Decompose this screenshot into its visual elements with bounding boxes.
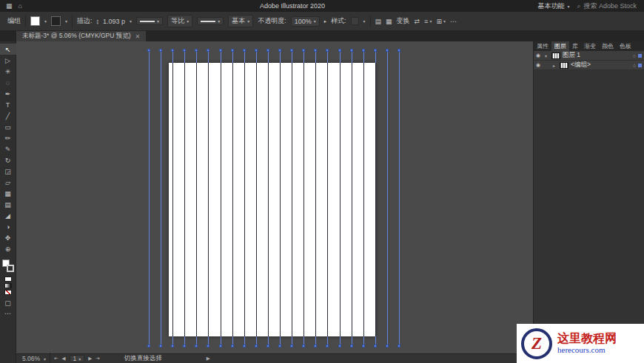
layer-row[interactable]: ◉ ▾ 图层 1 ○: [534, 51, 644, 61]
gradient-mode-icon[interactable]: [4, 283, 12, 288]
chevron-down-icon[interactable]: ▾: [363, 18, 366, 24]
anchor-point[interactable]: [398, 345, 400, 347]
type-tool[interactable]: T: [0, 99, 16, 110]
anchor-point[interactable]: [266, 49, 269, 52]
distribute-button[interactable]: ⊞ ▾: [436, 18, 446, 25]
path-line[interactable]: [232, 63, 233, 336]
anchor-point[interactable]: [266, 345, 269, 347]
anchor-point[interactable]: [338, 345, 341, 347]
draw-mode-icon[interactable]: ▢: [4, 299, 11, 307]
anchor-point[interactable]: [362, 345, 365, 347]
anchor-point[interactable]: [362, 49, 365, 52]
anchor-point[interactable]: [386, 345, 389, 347]
edit-toolbar-icon[interactable]: ⋯: [4, 310, 11, 317]
selection-indicator[interactable]: [638, 64, 642, 67]
anchor-point[interactable]: [159, 345, 162, 347]
path-line[interactable]: [161, 50, 161, 346]
anchor-point[interactable]: [302, 49, 305, 52]
anchor-point[interactable]: [219, 49, 222, 52]
anchor-point[interactable]: [338, 49, 341, 52]
path-line[interactable]: [221, 50, 221, 63]
brush-select[interactable]: 基本 ▾: [228, 15, 253, 27]
opacity-select[interactable]: 100% ▾: [291, 16, 320, 27]
path-line[interactable]: [208, 50, 209, 63]
path-line[interactable]: [303, 50, 304, 63]
anchor-point[interactable]: [350, 345, 353, 347]
path-line[interactable]: [352, 63, 352, 336]
stroke-preview-select[interactable]: ▾: [136, 17, 163, 25]
menu-grid-icon[interactable]: ▦: [6, 2, 13, 10]
stroke-swatch[interactable]: [7, 265, 14, 272]
zoom-level[interactable]: 5.06%: [22, 355, 40, 362]
anchor-point[interactable]: [302, 345, 305, 347]
hand-tool[interactable]: ✥: [0, 232, 16, 243]
stroke-width-stepper[interactable]: ▴ ▾: [97, 18, 99, 24]
target-circle-icon[interactable]: ○: [633, 53, 636, 58]
path-line[interactable]: [352, 50, 352, 63]
anchor-point[interactable]: [255, 345, 258, 347]
anchor-point[interactable]: [290, 345, 293, 347]
anchor-point[interactable]: [147, 345, 150, 347]
color-mode-icon[interactable]: [4, 277, 12, 282]
rectangle-tool[interactable]: ▭: [0, 121, 16, 132]
gradient-tool[interactable]: ▤: [0, 199, 16, 210]
path-line[interactable]: [303, 63, 304, 336]
pen-tool[interactable]: ✒: [0, 88, 16, 99]
path-line[interactable]: [184, 50, 185, 63]
path-line[interactable]: [280, 63, 281, 336]
anchor-point[interactable]: [314, 345, 317, 347]
blend-tool[interactable]: ◑: [0, 221, 16, 232]
path-line[interactable]: [208, 63, 209, 336]
anchor-point[interactable]: [386, 49, 389, 52]
fill-color-swatch[interactable]: [30, 16, 40, 26]
anchor-point[interactable]: [374, 345, 377, 347]
width-tool[interactable]: ▱: [0, 177, 16, 188]
anchor-point[interactable]: [243, 49, 246, 52]
selection-tool[interactable]: ↖: [0, 44, 16, 55]
anchor-point[interactable]: [171, 345, 174, 347]
lasso-tool[interactable]: ◌: [0, 77, 16, 88]
anchor-point[interactable]: [171, 49, 174, 52]
target-circle-icon[interactable]: ○: [633, 63, 636, 68]
anchor-point[interactable]: [278, 345, 281, 347]
chevron-down-icon[interactable]: ▾: [44, 356, 46, 362]
path-line[interactable]: [327, 50, 328, 63]
prev-artboard-button[interactable]: ◀: [62, 356, 66, 362]
panel-tab-swatches[interactable]: 色板: [617, 41, 634, 51]
rotate-tool[interactable]: ↻: [0, 155, 16, 166]
path-line[interactable]: [340, 50, 341, 63]
anchor-point[interactable]: [398, 49, 400, 52]
opacity-options-icon[interactable]: ▸: [324, 18, 326, 24]
magic-wand-tool[interactable]: ✳: [0, 66, 16, 77]
path-line[interactable]: [375, 63, 376, 336]
layer-thumbnail[interactable]: [560, 62, 568, 69]
canvas-area[interactable]: [16, 41, 533, 353]
close-icon[interactable]: ✕: [135, 33, 141, 40]
workspace-switcher[interactable]: 基本功能 ▾: [537, 1, 569, 11]
mesh-tool[interactable]: ▦: [0, 188, 16, 199]
path-line[interactable]: [256, 63, 257, 336]
path-line[interactable]: [387, 50, 388, 346]
layer-thumbnail[interactable]: [551, 52, 560, 59]
path-line[interactable]: [363, 50, 364, 63]
path-line[interactable]: [268, 50, 269, 63]
path-line[interactable]: [221, 63, 221, 336]
anchor-point[interactable]: [255, 49, 258, 52]
path-line[interactable]: [292, 50, 292, 63]
chevron-down-icon[interactable]: ▾: [130, 18, 132, 24]
document-setup-icon[interactable]: ▤: [375, 18, 382, 25]
grid-icon[interactable]: ▦: [386, 18, 392, 25]
eyedropper-tool[interactable]: ◢: [0, 210, 16, 221]
next-artboard-button[interactable]: ▶: [88, 356, 92, 362]
anchor-point[interactable]: [314, 49, 317, 52]
layer-name[interactable]: <编组>: [571, 61, 631, 69]
stroke-width-value[interactable]: 1.093 p: [103, 18, 125, 25]
shuffle-icon[interactable]: ⇄: [415, 18, 420, 25]
anchor-point[interactable]: [243, 345, 246, 347]
anchor-point[interactable]: [219, 345, 222, 347]
pencil-tool[interactable]: ✎: [0, 143, 16, 155]
visibility-eye-icon[interactable]: ◉: [536, 52, 543, 58]
path-line[interactable]: [363, 63, 364, 336]
panel-tab-color[interactable]: 颜色: [599, 41, 617, 51]
last-artboard-button[interactable]: ⇥: [95, 356, 99, 362]
